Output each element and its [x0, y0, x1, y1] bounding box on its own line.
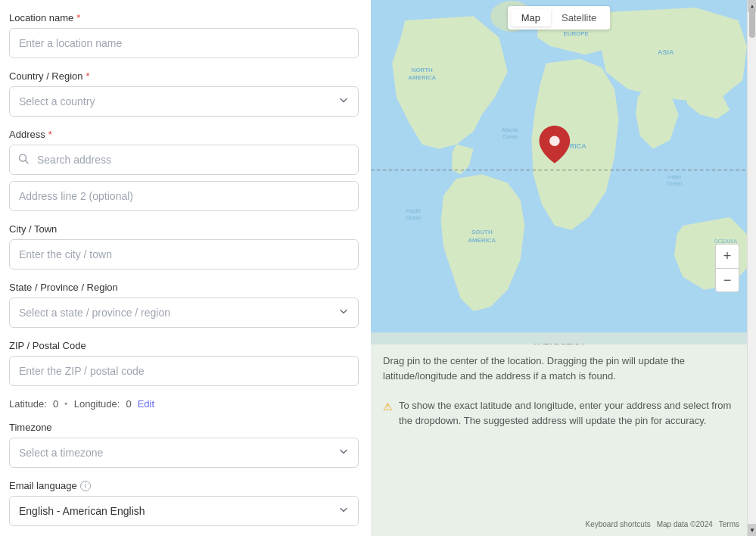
svg-point-21 [549, 136, 560, 146]
svg-text:Atlantic: Atlantic [502, 127, 519, 132]
longitude-value: 0 [126, 398, 131, 410]
warning-text: To show the exact latitude and longitude… [399, 398, 735, 428]
city-town-input[interactable] [9, 239, 359, 270]
svg-line-1 [26, 160, 29, 164]
required-star-country: * [86, 70, 90, 82]
map-panel: Map Satellite ANTARCTICA NORTH AMERIC [371, 0, 747, 536]
svg-text:AMERICA: AMERICA [408, 74, 436, 81]
svg-text:ASIA: ASIA [658, 48, 674, 56]
info-icon: i [80, 481, 91, 491]
zoom-in-button[interactable]: + [715, 244, 739, 268]
state-select[interactable]: Select a state / province / region [9, 298, 359, 328]
zip-postal-label: ZIP / Postal Code [9, 340, 359, 351]
email-language-select[interactable]: English - American English [9, 496, 359, 526]
svg-text:SOUTH: SOUTH [471, 229, 493, 235]
city-town-label: City / Town [9, 223, 359, 235]
drag-info-box: Drag pin to the center of the location. … [371, 344, 747, 392]
location-name-group: Location name * [9, 12, 359, 58]
latitude-value: 0 [53, 398, 58, 410]
zip-postal-input[interactable] [9, 356, 359, 386]
scrollbar-down-button[interactable]: ▼ [748, 524, 756, 536]
scrollbar-thumb[interactable] [749, 8, 755, 38]
latitude-label: Latitude: [9, 398, 47, 410]
lat-lon-row: Latitude: 0 • Longitude: 0 Edit [9, 398, 359, 410]
edit-link[interactable]: Edit [138, 398, 154, 410]
warning-icon: ⚠ [383, 399, 393, 428]
svg-text:OCEANIA: OCEANIA [714, 238, 738, 244]
svg-text:Indian: Indian [667, 174, 682, 179]
svg-text:EUROPE: EUROPE [563, 30, 588, 37]
svg-text:Pacific: Pacific [406, 208, 422, 213]
country-region-label: Country / Region * [9, 70, 359, 82]
state-province-label: State / Province / Region [9, 282, 359, 293]
keyboard-shortcuts-link[interactable]: Keyboard shortcuts [586, 520, 651, 528]
timezone-select-wrapper: Select a timezone [9, 438, 359, 468]
warning-box: ⚠ To show the exact latitude and longitu… [371, 392, 747, 437]
svg-text:Ocean: Ocean [502, 134, 518, 139]
zip-postal-group: ZIP / Postal Code [9, 340, 359, 386]
address-search-wrapper [9, 145, 359, 175]
state-select-wrapper: Select a state / province / region [9, 298, 359, 328]
state-province-group: State / Province / Region Select a state… [9, 282, 359, 328]
svg-text:NORTH: NORTH [412, 67, 433, 73]
tab-satellite[interactable]: Satellite [551, 9, 607, 26]
svg-text:Ocean: Ocean [667, 181, 682, 186]
map-controls: + − [715, 244, 739, 292]
longitude-label: Longitude: [74, 398, 120, 410]
required-star: * [76, 12, 80, 23]
timezone-group: Timezone Select a timezone [9, 422, 359, 468]
country-region-group: Country / Region * Select a country [9, 70, 359, 117]
tab-map[interactable]: Map [511, 9, 551, 26]
address-group: Address * [9, 129, 359, 211]
map-footer: Keyboard shortcuts Map data ©2024 Terms [586, 520, 740, 528]
address-line2-input[interactable] [9, 181, 359, 211]
timezone-label: Timezone [9, 422, 359, 433]
svg-text:AMERICA: AMERICA [468, 237, 496, 244]
zoom-out-button[interactable]: − [715, 268, 739, 292]
country-select[interactable]: Select a country [9, 86, 359, 117]
country-select-wrapper: Select a country [9, 86, 359, 117]
map-svg: ANTARCTICA NORTH AMERICA SOUTH AMERICA A… [371, 0, 747, 344]
address-search-input[interactable] [9, 145, 359, 175]
address-label: Address * [9, 129, 359, 140]
svg-text:Ocean: Ocean [406, 215, 422, 220]
drag-info-text: Drag pin to the center of the location. … [383, 355, 685, 382]
required-star-address: * [48, 129, 52, 140]
svg-text:ANTARCTICA: ANTARCTICA [532, 342, 586, 344]
location-name-input[interactable] [9, 28, 359, 58]
city-town-group: City / Town [9, 223, 359, 270]
email-language-select-wrapper: English - American English [9, 496, 359, 526]
email-language-label: Email language i [9, 480, 359, 491]
map-data-text: Map data ©2024 [657, 520, 713, 528]
timezone-select[interactable]: Select a timezone [9, 438, 359, 468]
terms-link[interactable]: Terms [719, 520, 739, 528]
search-icon [18, 154, 29, 167]
map-tabs: Map Satellite [508, 6, 611, 30]
email-language-group: Email language i English - American Engl… [9, 480, 359, 526]
scrollbar[interactable]: ▲ ▼ [747, 0, 756, 536]
form-panel: Location name * Country / Region * Selec… [0, 0, 371, 536]
lat-lon-separator: • [64, 398, 68, 410]
location-name-label: Location name * [9, 12, 359, 23]
